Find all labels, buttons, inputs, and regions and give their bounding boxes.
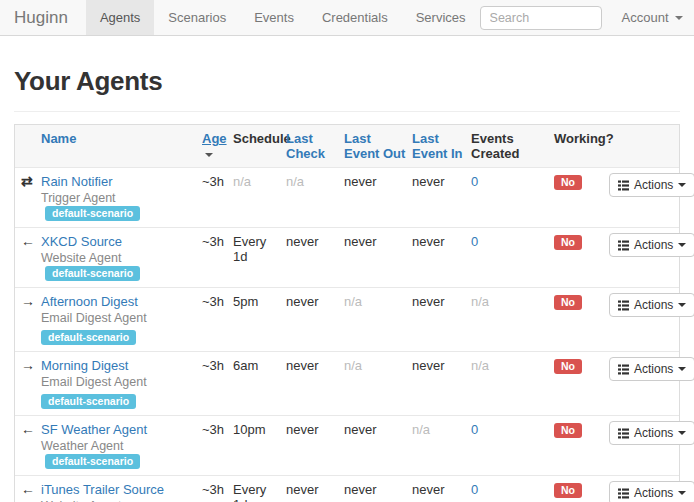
table-row: ⇄ Rain Notifier Trigger Agentdefault-sce…: [15, 167, 679, 227]
events-created-cell: n/a: [471, 288, 554, 351]
th-list-icon: [618, 364, 629, 375]
actions-button[interactable]: Actions: [609, 233, 694, 257]
last-event-out-cell: never: [344, 476, 412, 502]
agent-type-label: Email Digest Agent: [41, 375, 147, 389]
scenario-badge[interactable]: default-scenario: [41, 330, 136, 345]
chevron-down-icon: [678, 367, 686, 371]
events-created-cell[interactable]: 0: [471, 416, 554, 475]
table-row: → Afternoon Digest Email Digest Agentdef…: [15, 287, 679, 351]
actions-button[interactable]: Actions: [609, 173, 694, 197]
actions-button[interactable]: Actions: [609, 293, 694, 317]
last-event-out-cell: never: [344, 416, 412, 475]
arrow-right-icon: →: [21, 357, 35, 373]
last-event-in-cell: never: [412, 288, 471, 351]
agent-type-label: Trigger Agent: [41, 191, 116, 205]
actions-label: Actions: [634, 362, 673, 376]
chevron-down-icon: [675, 16, 683, 20]
events-created-cell[interactable]: 0: [471, 476, 554, 502]
scenario-badge[interactable]: default-scenario: [41, 394, 136, 409]
sort-caret-icon: [205, 153, 213, 157]
column-header-last-event-out[interactable]: Last Event Out: [344, 125, 412, 167]
last-check-cell: never: [286, 352, 344, 415]
arrow-left-icon: ←: [21, 481, 35, 497]
nav-item-services[interactable]: Services: [402, 0, 480, 35]
age-cell: ~3h: [202, 288, 233, 351]
working-cell: No: [554, 288, 609, 351]
arrow-left-icon: ←: [21, 233, 35, 249]
working-status-badge: No: [554, 423, 582, 438]
age-cell: ~3h: [202, 476, 233, 502]
nav-item-credentials[interactable]: Credentials: [308, 0, 402, 35]
table-row: → Morning Digest Email Digest Agentdefau…: [15, 351, 679, 415]
name-cell: XKCD Source Website Agentdefault-scenari…: [41, 228, 202, 287]
working-status-badge: No: [554, 175, 582, 190]
name-cell: Rain Notifier Trigger Agentdefault-scena…: [41, 168, 202, 227]
actions-button[interactable]: Actions: [609, 481, 694, 502]
scenario-badge[interactable]: default-scenario: [45, 266, 140, 281]
column-header-working: Working?: [554, 125, 609, 167]
navbar: Huginn AgentsScenariosEventsCredentialsS…: [0, 0, 694, 36]
name-cell: Morning Digest Email Digest Agentdefault…: [41, 352, 202, 415]
nav-item-events[interactable]: Events: [240, 0, 308, 35]
chevron-down-icon: [678, 183, 686, 187]
last-event-in-cell: never: [412, 228, 471, 287]
column-header-label: Events Created: [471, 131, 519, 161]
column-header-last-event-in[interactable]: Last Event In: [412, 125, 471, 167]
nav-item-agents[interactable]: Agents: [86, 0, 154, 35]
column-header-age[interactable]: Age: [202, 125, 233, 167]
actions-button[interactable]: Actions: [609, 421, 694, 445]
last-check-cell: never: [286, 228, 344, 287]
account-label: Account: [622, 10, 669, 25]
column-header-label: Name: [41, 131, 76, 146]
column-header-label: Schedule: [233, 131, 291, 146]
last-event-in-cell: never: [412, 352, 471, 415]
nav-item-scenarios[interactable]: Scenarios: [154, 0, 240, 35]
column-header-label: Age: [202, 131, 227, 146]
column-header-schedule: Schedule: [233, 125, 286, 167]
column-header-label: Last Event In: [412, 131, 463, 161]
column-header-label: Last Event Out: [344, 131, 405, 161]
actions-label: Actions: [634, 238, 673, 252]
chevron-down-icon: [678, 303, 686, 307]
agent-name-link[interactable]: Rain Notifier: [41, 174, 113, 189]
agent-name-link[interactable]: Morning Digest: [41, 358, 128, 373]
column-header-label: Last Check: [286, 131, 325, 161]
working-status-badge: No: [554, 295, 582, 310]
working-cell: No: [554, 352, 609, 415]
events-created-cell[interactable]: 0: [471, 228, 554, 287]
th-list-icon: [618, 488, 629, 499]
schedule-cell: 10pm: [233, 416, 286, 475]
agent-name-link[interactable]: XKCD Source: [41, 234, 122, 249]
table-row: ← iTunes Trailer Source Website Agentdef…: [15, 475, 679, 502]
main-content: Your Agents NameAgeScheduleLast CheckLas…: [0, 66, 694, 502]
th-list-icon: [618, 240, 629, 251]
brand-huginn[interactable]: Huginn: [14, 0, 86, 35]
working-cell: No: [554, 476, 609, 502]
events-created-cell[interactable]: 0: [471, 168, 554, 227]
agent-name-link[interactable]: iTunes Trailer Source: [41, 482, 164, 497]
agent-name-link[interactable]: SF Weather Agent: [41, 422, 147, 437]
agent-name-link[interactable]: Afternoon Digest: [41, 294, 138, 309]
scenario-badge[interactable]: default-scenario: [45, 454, 140, 469]
column-header-last-check[interactable]: Last Check: [286, 125, 344, 167]
chevron-down-icon: [678, 491, 686, 495]
divider: [14, 111, 680, 112]
table-header-row: NameAgeScheduleLast CheckLast Event OutL…: [15, 125, 679, 167]
last-check-cell: never: [286, 416, 344, 475]
name-cell: Afternoon Digest Email Digest Agentdefau…: [41, 288, 202, 351]
events-created-cell: n/a: [471, 352, 554, 415]
th-list-icon: [618, 300, 629, 311]
account-dropdown[interactable]: Account: [622, 10, 683, 25]
working-status-badge: No: [554, 483, 582, 498]
scenario-badge[interactable]: default-scenario: [45, 206, 140, 221]
search-input[interactable]: [480, 6, 602, 30]
working-status-badge: No: [554, 235, 582, 250]
column-header-name[interactable]: Name: [41, 125, 202, 167]
age-cell: ~3h: [202, 228, 233, 287]
last-event-in-cell: never: [412, 476, 471, 502]
actions-button[interactable]: Actions: [609, 357, 694, 381]
age-cell: ~3h: [202, 168, 233, 227]
age-cell: ~3h: [202, 416, 233, 475]
chevron-down-icon: [678, 243, 686, 247]
last-check-cell: n/a: [286, 168, 344, 227]
